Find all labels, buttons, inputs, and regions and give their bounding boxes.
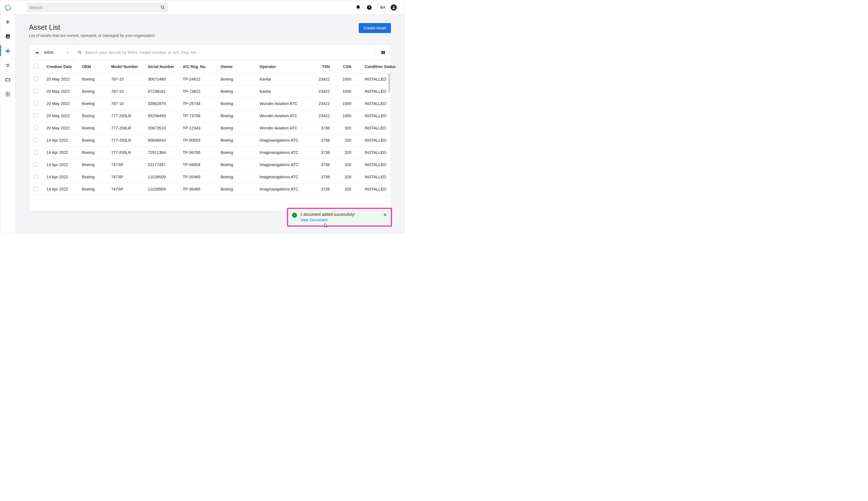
- cell-csn: 320: [335, 171, 357, 183]
- svg-rect-7: [8, 35, 8, 38]
- left-nav: [0, 15, 15, 233]
- asset-table-card: MSN: [29, 44, 391, 211]
- row-checkbox[interactable]: [33, 77, 38, 81]
- table-row[interactable]: 14 Apr 2022Boeing747SP11028509TP-35465Bo…: [29, 171, 391, 183]
- cell-condition: INSTALLED: [357, 73, 391, 85]
- nav-add[interactable]: [0, 15, 15, 29]
- cell-csn: 320: [335, 159, 357, 171]
- success-toast: ✓ 1 document added successfuly! View Doc…: [287, 208, 392, 227]
- select-all-checkbox[interactable]: [33, 64, 38, 68]
- nav-assets[interactable]: [0, 44, 15, 58]
- row-checkbox[interactable]: [33, 101, 38, 106]
- row-checkbox[interactable]: [33, 186, 38, 191]
- nav-folder[interactable]: [0, 73, 15, 87]
- cell-owner: Boeing: [219, 110, 257, 122]
- user-menu[interactable]: BA: [377, 3, 400, 12]
- row-checkbox[interactable]: [33, 126, 38, 130]
- cell-oem: Boeing: [80, 73, 109, 85]
- svg-rect-12: [381, 51, 382, 54]
- view-document-link[interactable]: View Document: [300, 218, 328, 222]
- col-operator[interactable]: Operator: [257, 60, 311, 73]
- filter-type-dropdown[interactable]: MSN: [29, 45, 73, 60]
- col-model[interactable]: Model Number: [109, 60, 146, 73]
- cell-reg: TP-24622: [181, 73, 219, 85]
- table-row[interactable]: 14 Apr 2022Boeing777-200LR72911364TP-367…: [29, 146, 391, 159]
- row-checkbox[interactable]: [33, 89, 38, 93]
- svg-text:?: ?: [368, 6, 370, 9]
- cell-oem: Boeing: [80, 122, 109, 134]
- cell-tsn: 23422: [311, 73, 335, 85]
- cell-serial: 33962879: [146, 97, 181, 110]
- main-content: Asset List List of assets that are owned…: [15, 15, 404, 233]
- cell-owner: Boeing: [219, 146, 257, 159]
- topbar: ? BA: [0, 0, 404, 15]
- table-row[interactable]: 20 May 2022Boeing787-1030071480TP-24622B…: [29, 73, 391, 85]
- table-row[interactable]: 20 May 2022Boeing787-1033962879TP-25744B…: [29, 97, 391, 110]
- nav-dashboard[interactable]: [0, 29, 15, 44]
- col-csn[interactable]: CSN: [335, 60, 357, 73]
- cell-serial: 30071480: [146, 73, 181, 85]
- cell-date: 20 May 2022: [42, 73, 80, 85]
- cell-model: 777-200LR: [109, 122, 146, 134]
- col-condition[interactable]: Condition Status: [357, 60, 391, 73]
- cell-model: 747SP: [109, 171, 146, 183]
- check-icon: ✓: [292, 213, 297, 218]
- search-icon[interactable]: [160, 5, 166, 10]
- cell-model: 747SP: [109, 159, 146, 171]
- table-row[interactable]: 20 May 2022Boeing777-200LR20673510TP-123…: [29, 122, 391, 134]
- cell-tsn: 23422: [311, 97, 335, 110]
- table-row[interactable]: 14 Apr 2022Boeing747SP11028509TP-35465Bo…: [29, 183, 391, 195]
- table-row[interactable]: 20 May 2022Boeing787-1087238181TP-73622B…: [29, 85, 391, 97]
- row-checkbox[interactable]: [33, 150, 38, 154]
- global-search[interactable]: [27, 3, 168, 12]
- row-checkbox[interactable]: [33, 113, 38, 118]
- cell-reg: TP-36785: [181, 146, 219, 159]
- cell-model: 777-200LR: [109, 134, 146, 146]
- app-logo[interactable]: [0, 4, 15, 11]
- svg-point-4: [393, 6, 394, 8]
- svg-point-0: [161, 6, 163, 8]
- filter-label: MSN: [44, 50, 63, 55]
- cell-serial: 11028509: [146, 183, 181, 195]
- col-oem[interactable]: OEM: [80, 60, 109, 73]
- cell-csn: 320: [335, 146, 357, 159]
- col-reg[interactable]: A/C Reg. No.: [181, 60, 219, 73]
- table-row[interactable]: 20 May 2022Boeing777-200LR95258499TP-737…: [29, 110, 391, 122]
- cell-tsn: 23422: [311, 110, 335, 122]
- table-row[interactable]: 14 Apr 2022Boeing777-200LR90646043TP-000…: [29, 134, 391, 146]
- cell-owner: Boeing: [219, 73, 257, 85]
- create-asset-button[interactable]: Create Asset: [359, 23, 391, 33]
- nav-settings[interactable]: [0, 87, 15, 102]
- notifications-icon[interactable]: [355, 4, 361, 11]
- cell-serial: 22177457: [146, 159, 181, 171]
- col-tsn[interactable]: TSN: [311, 60, 335, 73]
- table-search-input[interactable]: [85, 50, 371, 55]
- close-icon[interactable]: ✕: [383, 212, 387, 222]
- cell-owner: Boeing: [219, 134, 257, 146]
- col-owner[interactable]: Owner: [219, 60, 257, 73]
- nav-transfers[interactable]: [0, 58, 15, 73]
- scrollbar[interactable]: [389, 73, 390, 93]
- cell-condition: INSTALLED: [357, 146, 391, 159]
- columns-button[interactable]: [375, 45, 391, 60]
- row-checkbox[interactable]: [33, 174, 38, 179]
- cell-date: 14 Apr 2022: [42, 159, 80, 171]
- cell-model: 787-10: [109, 97, 146, 110]
- col-creation-date[interactable]: Creation Date: [42, 60, 80, 73]
- cell-serial: 72911364: [146, 146, 181, 159]
- table-row[interactable]: 14 Apr 2022Boeing747SP22177457TP-99004Bo…: [29, 159, 391, 171]
- row-checkbox[interactable]: [33, 162, 38, 167]
- cell-owner: Boeing: [219, 97, 257, 110]
- cell-operator: Imaginavigations ATC: [257, 171, 311, 183]
- svg-line-11: [80, 53, 81, 54]
- cell-date: 14 Apr 2022: [42, 146, 80, 159]
- cell-csn: 1000: [335, 97, 357, 110]
- global-search-input[interactable]: [30, 5, 160, 10]
- col-serial[interactable]: Serial Number: [146, 60, 181, 73]
- row-checkbox[interactable]: [33, 138, 38, 142]
- help-icon[interactable]: ?: [366, 4, 372, 11]
- cell-owner: Boeing: [219, 85, 257, 97]
- table-search[interactable]: [73, 45, 375, 60]
- cell-condition: INSTALLED: [357, 159, 391, 171]
- cell-oem: Boeing: [80, 85, 109, 97]
